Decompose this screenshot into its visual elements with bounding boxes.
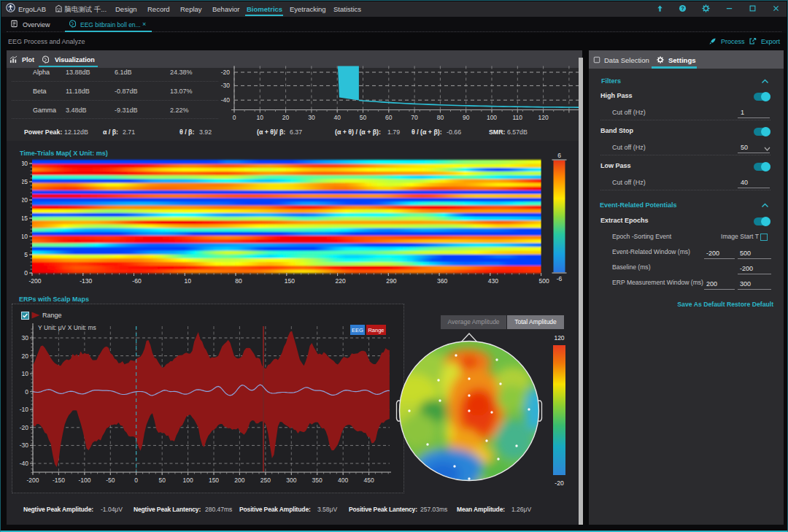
svg-text:150: 150	[209, 477, 219, 484]
svg-text:-150: -150	[53, 477, 65, 484]
svg-text:20: 20	[22, 352, 29, 360]
svg-text:Range: Range	[368, 327, 384, 334]
svg-text:10: 10	[22, 370, 29, 377]
svg-text:120: 120	[538, 114, 549, 121]
svg-text:?: ?	[681, 6, 684, 11]
svg-text:-10: -10	[20, 406, 29, 413]
svg-text:20: 20	[22, 196, 28, 204]
svg-text:220: 220	[336, 277, 346, 285]
svg-text:150: 150	[285, 277, 295, 285]
svg-text:60: 60	[385, 114, 393, 121]
svg-text:120: 120	[554, 334, 564, 342]
svg-text:100: 100	[183, 477, 193, 484]
svg-text:0: 0	[233, 114, 236, 121]
svg-text:-100: -100	[78, 477, 90, 484]
svg-text:-20: -20	[221, 69, 231, 76]
svg-text:-40: -40	[20, 460, 29, 467]
svg-text:200: 200	[234, 477, 244, 484]
svg-text:40: 40	[333, 114, 341, 121]
svg-text:5: 5	[24, 251, 28, 258]
svg-text:360: 360	[437, 277, 447, 285]
svg-text:-6: -6	[557, 275, 563, 282]
svg-text:-60: -60	[132, 277, 142, 285]
svg-text:500: 500	[539, 277, 549, 285]
svg-text:Y Unit: μV X Unit: ms: Y Unit: μV X Unit: ms	[38, 324, 96, 331]
svg-text:80: 80	[235, 277, 242, 285]
svg-text:-50: -50	[106, 477, 115, 484]
svg-text:6: 6	[557, 152, 561, 159]
svg-text:70: 70	[411, 114, 418, 121]
svg-text:400: 400	[338, 477, 348, 484]
svg-text:290: 290	[386, 277, 396, 285]
svg-text:110: 110	[513, 114, 523, 121]
svg-text:0: 0	[25, 388, 28, 396]
svg-text:-20: -20	[20, 424, 29, 431]
svg-text:450: 450	[364, 477, 374, 484]
svg-text:30: 30	[22, 160, 28, 167]
svg-text:-40: -40	[221, 96, 231, 104]
svg-text:100: 100	[487, 114, 497, 121]
svg-text:0: 0	[134, 477, 138, 484]
svg-text:-200: -200	[26, 477, 39, 484]
svg-text:80: 80	[437, 114, 444, 121]
svg-text:90: 90	[463, 114, 470, 121]
svg-text:15: 15	[22, 215, 28, 222]
svg-text:430: 430	[488, 277, 498, 285]
svg-text:-130: -130	[80, 277, 92, 285]
svg-text:-30: -30	[20, 442, 29, 449]
svg-text:10: 10	[185, 277, 192, 285]
svg-text:-200: -200	[28, 277, 41, 285]
svg-text:10: 10	[257, 114, 264, 121]
svg-text:-30: -30	[221, 82, 231, 89]
svg-text:10: 10	[22, 233, 28, 240]
svg-text:25: 25	[22, 178, 28, 185]
svg-text:250: 250	[260, 477, 271, 484]
svg-text:50: 50	[360, 114, 367, 121]
svg-text:30: 30	[22, 334, 29, 342]
svg-text:20: 20	[282, 114, 290, 121]
svg-text:30: 30	[308, 114, 315, 121]
svg-text:EEG: EEG	[352, 327, 363, 334]
svg-text:300: 300	[286, 477, 296, 484]
svg-text:-20: -20	[555, 479, 564, 487]
svg-text:0: 0	[24, 269, 28, 277]
svg-text:350: 350	[312, 477, 322, 484]
svg-text:50: 50	[158, 477, 166, 484]
